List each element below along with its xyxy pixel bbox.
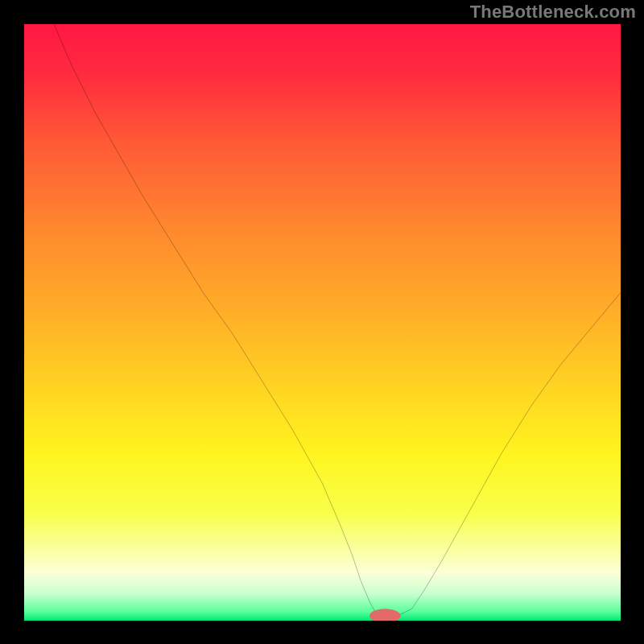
chart-frame: TheBottleneck.com xyxy=(0,0,644,644)
bottleneck-plot xyxy=(24,24,621,621)
watermark-text: TheBottleneck.com xyxy=(470,2,636,23)
plot-background xyxy=(24,24,621,621)
